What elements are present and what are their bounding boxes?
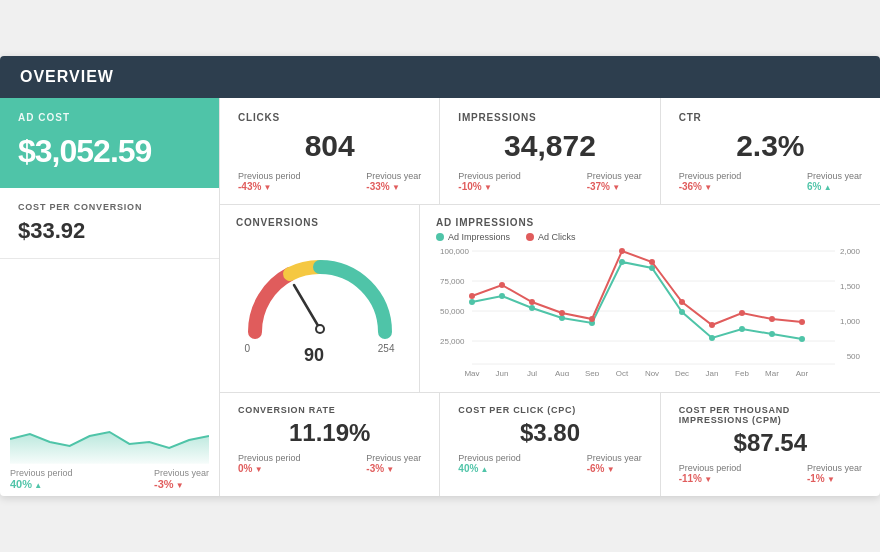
svg-point-38 [769,316,775,322]
svg-point-29 [499,282,505,288]
cpc-title: COST PER CLICK (CPC) [458,405,641,415]
legend-impressions: Ad Impressions [436,232,510,242]
cost-per-conv-label: COST PER CONVERSION [18,202,201,212]
gauge-center-val: 90 [304,345,324,366]
impressions-prev-period-val: -10% [458,181,521,192]
mini-prev-year-val: -3% [154,478,209,490]
impressions-sub: Previous period -10% Previous year -37% [458,171,641,192]
impressions-value: 34,872 [458,129,641,163]
svg-text:Jun: Jun [496,369,509,376]
conv-rate-prev-year: Previous year -3% [366,453,421,474]
svg-text:May: May [464,369,479,376]
cpc-sub: Previous period 40% Previous year -6% [458,453,641,474]
ctr-prev-year-val: 6% [807,181,862,192]
conversion-rate-value: 11.19% [238,419,421,447]
impressions-card: IMPRESSIONS 34,872 Previous period -10% … [440,98,660,204]
left-column: AD COST $3,052.59 COST PER CONVERSION $3… [0,98,220,496]
mini-prev-year: Previous year -3% [154,468,209,490]
clicks-card: CLICKS 804 Previous period -43% Previous… [220,98,440,204]
svg-point-26 [769,331,775,337]
cpm-sub: Previous period -11% Previous year -1% [679,463,862,484]
header: OVERVIEW [0,56,880,98]
conversion-rate-card: CONVERSION RATE 11.19% Previous period 0… [220,393,440,496]
svg-point-35 [679,299,685,305]
svg-point-34 [649,259,655,265]
svg-text:1,000: 1,000 [840,317,861,326]
cpm-prev-period-val: -11% [679,473,742,484]
svg-point-32 [589,316,595,322]
svg-text:Nov: Nov [645,369,659,376]
clicks-prev-period: Previous period -43% [238,171,301,192]
clicks-prev-year-val: -33% [366,181,421,192]
clicks-value: 804 [238,129,421,163]
impressions-title: IMPRESSIONS [458,112,641,123]
cpc-prev-period: Previous period 40% [458,453,521,474]
svg-text:Oct: Oct [616,369,629,376]
svg-text:Aug: Aug [555,369,569,376]
svg-point-23 [679,309,685,315]
cpm-prev-year-val: -1% [807,473,862,484]
ad-impressions-title: AD IMPRESSIONS [436,217,864,228]
legend-clicks: Ad Clicks [526,232,576,242]
cpm-value: $87.54 [679,429,862,457]
conv-rate-prev-year-val: -3% [366,463,421,474]
svg-text:Feb: Feb [735,369,749,376]
impressions-prev-year: Previous year -37% [587,171,642,192]
mini-chart [10,404,209,464]
svg-text:2,000: 2,000 [840,247,861,256]
svg-point-16 [469,299,475,305]
cpc-prev-period-val: 40% [458,463,521,474]
mini-chart-labels: Previous period 40% Previous year -3% [10,468,209,490]
legend-impressions-dot [436,233,444,241]
svg-text:1,500: 1,500 [840,282,861,291]
mini-chart-block: Previous period 40% Previous year -3% [0,259,219,496]
header-title: OVERVIEW [20,68,114,85]
dashboard: OVERVIEW AD COST $3,052.59 COST PER CONV… [0,56,880,496]
svg-text:Sep: Sep [585,369,600,376]
svg-point-39 [799,319,805,325]
ad-impressions-block: AD IMPRESSIONS Ad Impressions Ad Clicks [420,205,880,392]
svg-point-24 [709,335,715,341]
conv-rate-prev-period-val: 0% [238,463,301,474]
svg-text:Mar: Mar [765,369,779,376]
conversions-block: CONVERSIONS [220,205,420,392]
cpm-title: COST PER THOUSAND IMPRESSIONS (CPM) [679,405,862,425]
svg-text:500: 500 [847,352,861,361]
impressions-prev-period: Previous period -10% [458,171,521,192]
ad-cost-label: AD COST [18,112,201,123]
cost-per-conv-block: COST PER CONVERSION $33.92 [0,188,219,259]
gauge-min: 0 [245,343,251,366]
cpc-prev-year-val: -6% [587,463,642,474]
svg-text:50,000: 50,000 [440,307,465,316]
svg-point-37 [739,310,745,316]
svg-text:100,000: 100,000 [440,247,469,256]
svg-text:75,000: 75,000 [440,277,465,286]
cost-per-conv-value: $33.92 [18,218,201,244]
cpm-prev-period: Previous period -11% [679,463,742,484]
mini-prev-period-val: 40% [10,478,73,490]
conversions-title: CONVERSIONS [236,217,403,228]
line-chart-svg: 100,000 75,000 50,000 25,000 2,000 1,500… [436,246,864,376]
mini-prev-period: Previous period 40% [10,468,73,490]
svg-text:Dec: Dec [675,369,689,376]
svg-point-2 [317,326,323,332]
svg-point-25 [739,326,745,332]
svg-point-28 [469,293,475,299]
svg-text:Apr: Apr [796,369,809,376]
cpm-prev-year: Previous year -1% [807,463,862,484]
clicks-title: CLICKS [238,112,421,123]
cpc-value: $3.80 [458,419,641,447]
ctr-prev-period: Previous period -36% [679,171,742,192]
impressions-prev-year-val: -37% [587,181,642,192]
conv-rate-prev-period: Previous period 0% [238,453,301,474]
ctr-card: CTR 2.3% Previous period -36% Previous y… [661,98,880,204]
svg-point-17 [499,293,505,299]
top-row: CLICKS 804 Previous period -43% Previous… [220,98,880,205]
clicks-sub: Previous period -43% Previous year -33% [238,171,421,192]
content: AD COST $3,052.59 COST PER CONVERSION $3… [0,98,880,496]
ctr-sub: Previous period -36% Previous year 6% [679,171,862,192]
svg-text:Jan: Jan [706,369,719,376]
ad-cost-block: AD COST $3,052.59 [0,98,219,188]
svg-text:Jul: Jul [527,369,537,376]
ctr-value: 2.3% [679,129,862,163]
